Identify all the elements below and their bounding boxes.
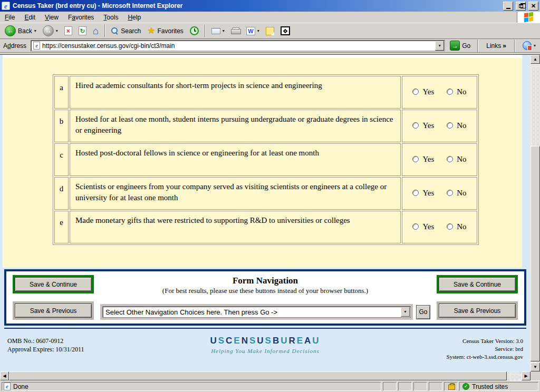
restore-button[interactable]	[516, 2, 526, 11]
select-dropdown-button[interactable]: ▾	[401, 307, 410, 317]
scroll-right-button[interactable]: ▶	[522, 371, 531, 380]
yes-radio[interactable]	[412, 190, 419, 196]
mail-dropdown-icon[interactable]: ▾	[223, 29, 225, 33]
table-row: d Scientists or engineers from your comp…	[54, 177, 477, 210]
no-radio[interactable]	[447, 190, 453, 196]
yes-option[interactable]: Yes	[412, 222, 434, 231]
form-navigation-box: Save & Continue Save & Previous Form Nav…	[4, 269, 526, 326]
yes-option[interactable]: Yes	[412, 189, 434, 198]
question-text: Hired academic consultants for short-ter…	[70, 76, 401, 109]
go-button[interactable]: → Go	[447, 41, 473, 51]
save-continue-button-right[interactable]: Save & Continue	[439, 277, 516, 291]
nav-go-button[interactable]: Go	[416, 305, 430, 319]
scroll-left-button[interactable]: ◀	[0, 371, 9, 380]
toolbar-separator	[205, 25, 206, 37]
answer-cell: Yes No	[402, 211, 477, 243]
favorites-button[interactable]: ★ Favorites	[144, 24, 186, 38]
home-button[interactable]: ⌂	[90, 24, 101, 38]
menu-item-help[interactable]: Help	[123, 12, 146, 23]
links-button[interactable]: Links »	[483, 42, 510, 50]
no-option[interactable]: No	[447, 222, 466, 231]
edit-with-word-button[interactable]: W ▾	[244, 24, 262, 38]
back-dropdown-icon[interactable]: ▾	[34, 29, 36, 33]
vertical-scroll-thumb[interactable]	[531, 146, 540, 361]
menu-item-favorites[interactable]: Favorites	[63, 12, 99, 23]
history-button[interactable]	[187, 24, 201, 38]
menu-item-view[interactable]: View	[40, 12, 63, 23]
yes-option[interactable]: Yes	[412, 87, 434, 96]
navigation-select[interactable]: Select Other Navigation Choices here. Th…	[102, 306, 411, 318]
no-label: No	[457, 121, 466, 130]
close-button[interactable]: ✕	[528, 2, 538, 11]
question-letter: b	[54, 110, 69, 142]
back-button[interactable]: ← Back ▾	[2, 24, 39, 38]
radio-group: Yes No	[412, 189, 466, 198]
scroll-down-button[interactable]: ▼	[531, 362, 540, 371]
save-previous-button-left[interactable]: Save & Previous	[15, 303, 92, 318]
mail-icon	[211, 28, 220, 34]
form-navigation-subtitle: (For best results, please use these butt…	[162, 287, 368, 295]
horizontal-scrollbar[interactable]: ◀ ▶	[0, 371, 531, 380]
service-line: Service: brd	[447, 345, 523, 353]
no-option[interactable]: No	[447, 87, 466, 96]
home-icon: ⌂	[93, 26, 99, 36]
save-continue-button-left[interactable]: Save & Continue	[15, 277, 92, 291]
word-icon: W	[246, 27, 255, 35]
toolbar-separator	[104, 25, 105, 37]
horizontal-scroll-thumb[interactable]	[9, 371, 507, 380]
addon-dropdown-icon[interactable]: ▾	[534, 44, 536, 48]
yes-label: Yes	[422, 87, 434, 96]
vertical-scrollbar[interactable]: ▲ ▼	[531, 55, 540, 371]
stop-button[interactable]: ×	[62, 24, 75, 38]
scrollbar-corner	[531, 371, 540, 380]
yes-radio[interactable]	[412, 89, 419, 95]
zone-label: Trusted sites	[472, 383, 508, 390]
forward-button[interactable]: → ▾	[40, 24, 61, 38]
address-input[interactable]: e https://censustaker.census.gov/cgi-bin…	[31, 40, 445, 52]
question-text: Scientists or engineers from your compan…	[70, 177, 401, 210]
no-radio[interactable]	[447, 156, 453, 162]
yes-radio[interactable]	[412, 122, 419, 129]
yes-radio[interactable]	[412, 223, 419, 230]
no-option[interactable]: No	[447, 189, 466, 198]
system-line: System: ct-web-3.ssd.census.gov	[447, 353, 523, 361]
no-option[interactable]: No	[447, 155, 466, 164]
print-button[interactable]	[228, 24, 243, 38]
yes-option[interactable]: Yes	[412, 121, 434, 130]
word-dropdown-icon[interactable]: ▾	[257, 29, 259, 33]
search-button[interactable]: Search	[109, 24, 143, 38]
refresh-button[interactable]: ↻	[76, 24, 89, 38]
menu-item-tools[interactable]: Tools	[99, 12, 123, 23]
no-radio[interactable]	[447, 223, 453, 230]
forward-dropdown-icon[interactable]: ▾	[56, 29, 58, 33]
form-navigation-title: Form Navigation	[162, 276, 368, 286]
no-radio[interactable]	[447, 122, 453, 129]
question-table: a Hired academic consultants for short-t…	[53, 74, 479, 245]
yes-radio[interactable]	[412, 156, 419, 162]
menu-item-edit[interactable]: Edit	[20, 12, 40, 23]
scroll-up-button[interactable]: ▲	[531, 55, 540, 64]
minimize-button[interactable]	[503, 2, 513, 11]
menu-item-file[interactable]: File	[0, 12, 20, 23]
table-row: c Hosted post-doctoral fellows in scienc…	[54, 143, 477, 176]
save-previous-button-right[interactable]: Save & Previous	[439, 303, 516, 318]
save-continue-frame: Save & Continue	[437, 275, 518, 293]
notes-button[interactable]	[263, 24, 277, 38]
answer-cell: Yes No	[402, 143, 477, 176]
addon-button[interactable]: ▾	[519, 41, 539, 50]
vertical-scroll-track[interactable]	[531, 64, 540, 362]
address-dropdown-button[interactable]: ▾	[435, 41, 444, 51]
yes-option[interactable]: Yes	[412, 155, 434, 164]
navigation-select-value: Select Other Navigation Choices here. Th…	[105, 308, 400, 316]
title-bar: e Census Taker (brd entry cu) - Microsof…	[0, 0, 540, 12]
close-icon: ✕	[531, 3, 536, 9]
horizontal-scroll-track[interactable]	[507, 371, 522, 380]
mail-button[interactable]: ▾	[209, 24, 227, 38]
addon-tool-button[interactable]	[278, 24, 293, 38]
no-option[interactable]: No	[447, 121, 466, 130]
nav-right-buttons: Save & Continue Save & Previous	[437, 275, 518, 320]
version-block: Census Taker Version: 3.0 Service: brd S…	[447, 337, 523, 361]
links-label: Links	[486, 42, 501, 50]
windows-logo-panel	[517, 12, 540, 23]
no-radio[interactable]	[447, 89, 453, 95]
